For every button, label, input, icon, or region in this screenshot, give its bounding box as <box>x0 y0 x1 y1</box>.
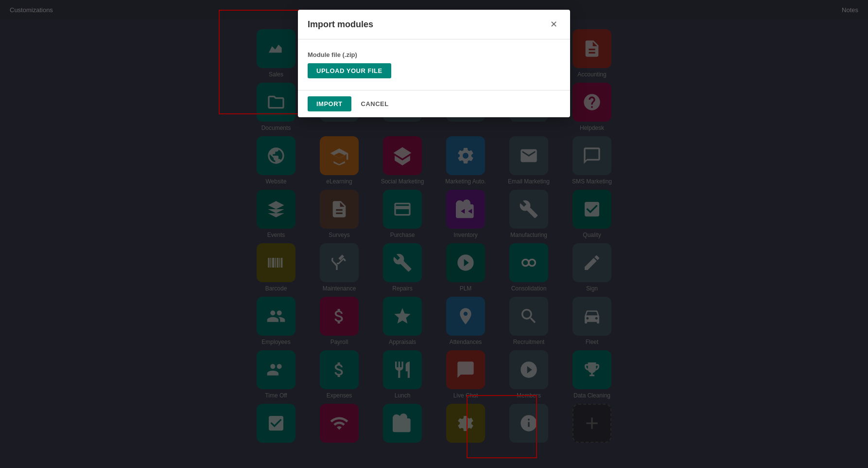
modal-header: Import modules ✕ <box>298 10 570 39</box>
field-label: Module file (.zip) <box>308 51 560 58</box>
import-modules-dialog: Import modules ✕ Module file (.zip) UPLO… <box>298 10 570 117</box>
modal-overlay: Import modules ✕ Module file (.zip) UPLO… <box>0 0 868 468</box>
upload-file-button[interactable]: UPLOAD YOUR FILE <box>308 63 391 78</box>
modal-close-button[interactable]: ✕ <box>547 18 560 31</box>
close-icon: ✕ <box>550 19 557 30</box>
import-button[interactable]: IMPORT <box>308 96 351 111</box>
modal-footer: IMPORT CANCEL <box>298 90 570 117</box>
cancel-button[interactable]: CANCEL <box>355 96 395 111</box>
modal-body: Module file (.zip) UPLOAD YOUR FILE <box>298 39 570 90</box>
modal-title: Import modules <box>308 19 373 30</box>
